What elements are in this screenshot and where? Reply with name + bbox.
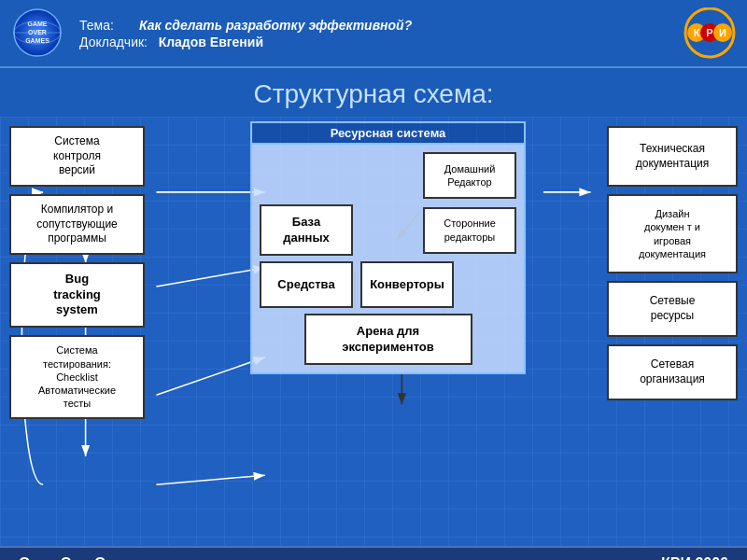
resource-system-container: Ресурсная система ДомашнийРедактор Базад… [250,121,526,374]
dokladchik-line: Докладчик: Кладов Евгений [79,35,682,49]
footer-right: КРИ 2006 [661,555,728,561]
kri-badge-icon: К Р И [682,7,738,59]
setevye-resursy-box: Сетевыересурсы [607,281,738,337]
svg-text:К: К [694,27,700,38]
svg-text:OVER: OVER [28,29,47,35]
svg-line-24 [156,268,264,287]
right-column: Техническаядокументация Дизайндокумен т … [607,126,738,400]
sistema-kontrolya-text: Системаконтроляверсий [53,134,101,178]
compiler-text: Компилятор исопутствующиепрограммы [36,203,118,246]
sistema-kontrolya-box: Системаконтроляверсий [9,126,145,187]
sredstva-box: Средства [260,261,353,308]
storonnie-redaktory-text: Сторонниередакторы [444,217,496,244]
konvertory-text: Конверторы [370,277,444,293]
setevye-resursy-text: Сетевыересурсы [650,294,696,323]
header-text: Тема: Как сделать разработку эффективной… [79,18,682,49]
tech-doc-text: Техническаядокументация [636,142,710,171]
bug-tracking-box: Bugtrackingsystem [9,262,145,328]
resource-system-label: Ресурсная система [252,123,524,145]
sredstva-text: Средства [277,277,334,293]
svg-text:Р: Р [706,27,712,38]
dizayn-doc-text: Дизайндокумен т иигроваядокументация [639,207,706,260]
left-column: Системаконтроляверсий Компилятор исопутс… [9,126,149,419]
logo-icon: GAME OVER GAMES [9,7,65,59]
svg-line-26 [156,475,264,484]
arena-text: Арена дляэкспериментов [342,324,434,356]
footer-center: www.gameover-games.com [304,555,500,561]
dokladchik-value: Кладов Евгений [159,35,263,49]
sistema-testirovaniya-box: Систематестирования:ChecklistАвтоматичес… [9,335,145,419]
setevaya-org-box: Сетеваяорганизация [607,344,738,400]
dizayn-doc-box: Дизайндокумен т иигроваядокументация [607,194,738,273]
tema-label: Тема: [79,18,114,33]
tech-doc-box: Техническаядокументация [607,126,738,187]
bug-tracking-text: Bugtrackingsystem [53,272,101,319]
tema-value: Как сделать разработку эффективной? [139,18,412,33]
sistema-testirovaniya-text: Систематестирования:ChecklistАвтоматичес… [38,343,116,410]
footer-left: GameOverGames [19,555,144,561]
domashniy-redaktor-box: ДомашнийРедактор [423,152,516,199]
baza-dannyh-box: Базаданных [260,204,353,256]
svg-line-25 [156,357,264,395]
footer: GameOverGames www.gameover-games.com КРИ… [0,546,747,560]
main-content: Системаконтроляверсий Компилятор исопутс… [0,117,747,546]
dokladchik-label: Докладчик: [79,35,148,49]
header: GAME OVER GAMES Тема: Как сделать разраб… [0,0,747,68]
compiler-box: Компилятор исопутствующиепрограммы [9,194,145,255]
arena-box: Арена дляэкспериментов [304,314,472,365]
page-title: Структурная схема: [0,68,747,117]
konvertory-box: Конверторы [360,261,454,308]
storonnie-redaktory-box: Сторонниередакторы [423,207,516,254]
setevaya-org-text: Сетеваяорганизация [640,357,705,386]
tema-line: Тема: Как сделать разработку эффективной… [79,18,682,33]
baza-dannyh-text: Базаданных [283,215,330,246]
svg-text:И: И [719,27,726,38]
domashniy-redaktor-text: ДомашнийРедактор [444,162,496,189]
